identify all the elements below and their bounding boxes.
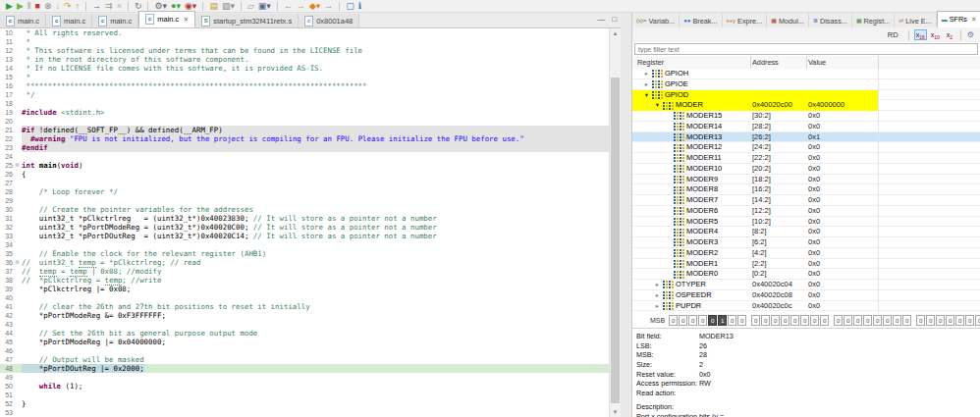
register-row-moder15[interactable]: MODER15[30:2]0x0	[632, 111, 980, 122]
rd-button[interactable]: RD	[888, 30, 898, 39]
step-over-icon[interactable]: ↷	[64, 0, 72, 12]
bit-cell-30[interactable]: 0	[679, 315, 687, 326]
resume-icon[interactable]: ▶	[6, 0, 13, 12]
column-address[interactable]: Address	[752, 58, 779, 67]
editor-tab-5-0x8001a48[interactable]: c0x8001a48	[299, 14, 359, 27]
panel-splitter[interactable]	[621, 13, 631, 417]
minimize-icon[interactable]: —	[597, 15, 605, 24]
view-tab-disassembly[interactable]: ≣Disass...	[809, 14, 852, 27]
close-icon[interactable]: ✕	[183, 16, 189, 24]
register-row-pupdr[interactable]: ▸PUPDR0x40020c0c0x0	[632, 301, 980, 312]
terminate-icon[interactable]: ■	[35, 0, 40, 12]
run-icon[interactable]: ▶	[17, 0, 24, 12]
bit-cell-17[interactable]: 0	[810, 315, 819, 326]
bit-cell-10[interactable]: 0	[883, 315, 892, 326]
wrench-icon[interactable]: ⚙	[967, 30, 974, 39]
disconnect-icon[interactable]: ⊗	[44, 0, 52, 12]
register-row-moder12[interactable]: MODER12[24:2]0x0	[632, 142, 980, 153]
bit-cell-6[interactable]: 0	[926, 315, 935, 326]
bit-cell-23[interactable]: 0	[751, 315, 760, 326]
next-annotation-icon[interactable]: →	[324, 0, 333, 12]
column-value[interactable]: Value	[808, 58, 826, 67]
view-tab-registers[interactable]: ▦Regist...	[852, 14, 895, 27]
bit-cell-1[interactable]: 0	[975, 315, 980, 326]
instruction-stepping-icon[interactable]: ×	[117, 0, 122, 12]
bit-cell-15[interactable]: 0	[834, 315, 843, 326]
step-return-icon[interactable]: ↑	[76, 0, 81, 12]
register-row-moder13[interactable]: MODER13[26:2]0x1	[632, 132, 980, 143]
collapse-arrow-icon[interactable]: ▾	[642, 90, 651, 101]
register-row-moder9[interactable]: MODER9[18:2]0x0	[632, 175, 980, 185]
editor-tab-4-startup-stm32f411retx-s[interactable]: Sstartup_stm32f411retx.s	[195, 14, 299, 27]
step-into-icon[interactable]: ↓	[56, 0, 61, 12]
register-row-moder4[interactable]: MODER4[8:2]0x0	[632, 227, 980, 237]
view-tab-variables[interactable]: (x)=Variab...	[632, 14, 680, 27]
editor-tab-0-main-c[interactable]: cmain.c	[0, 14, 46, 27]
expand-arrow-icon[interactable]: ▸	[642, 79, 651, 90]
register-row-gpioh[interactable]: ▸GPIOH	[632, 69, 980, 79]
open-perspective-icon[interactable]: ▢	[346, 0, 354, 12]
editor-tab-3-main-c[interactable]: cmain.c✕	[138, 11, 195, 27]
bit-cell-24[interactable]: 0	[737, 315, 746, 326]
register-row-moder[interactable]: ▾MODER0x40020c000x4000000	[632, 100, 980, 111]
new-wizard-icon[interactable]: ▧▾	[222, 0, 235, 12]
bit-cell-18[interactable]: 0	[800, 315, 809, 326]
bit-cell-20[interactable]: 0	[781, 315, 789, 326]
register-row-moder0[interactable]: MODER0[0:2]0x0	[632, 269, 980, 280]
expand-arrow-icon[interactable]: ▸	[653, 290, 662, 301]
register-row-moder5[interactable]: MODER5[10:2]0x0	[632, 217, 980, 228]
close-icon[interactable]: ✕	[971, 16, 977, 24]
view-tab-live-expressions[interactable]: x²Live E...	[895, 14, 936, 27]
back-icon[interactable]: ←	[284, 0, 293, 12]
table-header[interactable]: Register Address Value	[632, 56, 980, 70]
register-row-moder10[interactable]: MODER10[20:2]0x0	[632, 164, 980, 175]
bit-cell-19[interactable]: 0	[790, 315, 799, 326]
help-icon[interactable]: ℹ	[358, 0, 361, 12]
register-row-moder8[interactable]: MODER8[16:2]0x0	[632, 184, 980, 195]
view-tab-expressions[interactable]: x+yExpre...	[723, 14, 768, 27]
expand-arrow-icon[interactable]: ▸	[653, 280, 662, 290]
column-register[interactable]: Register	[637, 58, 664, 67]
bit-cell-4[interactable]: 0	[946, 315, 954, 326]
last-edit-icon[interactable]: ◆▾	[309, 0, 320, 12]
register-row-moder1[interactable]: MODER1[2:2]0x0	[632, 259, 980, 270]
scrollbar-thumb[interactable]	[611, 78, 620, 403]
bit-cell-5[interactable]: 0	[936, 315, 945, 326]
maximize-icon[interactable]: □	[612, 15, 617, 24]
bit-cell-26[interactable]: 1	[718, 315, 727, 326]
code-editor[interactable]: 10 * All rights reserved.11 *12 * This s…	[0, 28, 609, 417]
filter-input[interactable]	[635, 44, 977, 54]
bit-cell-22[interactable]: 0	[761, 315, 770, 326]
view-tab-sfrs[interactable]: ▬SFRs✕	[937, 11, 980, 27]
bit-cell-8[interactable]: 0	[902, 315, 911, 326]
bit-cell-14[interactable]: 0	[844, 315, 852, 326]
editor-tab-1-main-c[interactable]: cmain.c	[46, 14, 92, 27]
register-row-gpiod[interactable]: ▾GPIOD	[632, 90, 980, 101]
view-tab-modules[interactable]: ▦Modul...	[767, 14, 809, 27]
bit-cell-28[interactable]: 0	[698, 315, 707, 326]
format-x16-button[interactable]: x16	[914, 29, 927, 40]
scroll-down-icon[interactable]: ▼	[610, 407, 621, 417]
bit-cell-21[interactable]: 0	[771, 315, 780, 326]
bit-cell-27[interactable]: 0	[708, 315, 717, 326]
column-divider[interactable]	[878, 56, 879, 69]
register-row-moder14[interactable]: MODER14[28:2]0x0	[632, 122, 980, 132]
scroll-up-icon[interactable]: ▲	[610, 28, 621, 38]
format-x2-button[interactable]: x2	[944, 29, 955, 40]
register-row-ospeedr[interactable]: ▸OSPEEDR0x40020c080x0	[632, 290, 980, 301]
bit-cell-16[interactable]: 0	[820, 315, 829, 326]
view-tab-breakpoints[interactable]: ●●Break...	[680, 14, 722, 27]
suspend-icon[interactable]: ‖	[27, 0, 31, 12]
register-row-moder7[interactable]: MODER7[14:2]0x0	[632, 195, 980, 206]
column-divider[interactable]	[806, 56, 807, 69]
register-row-moder11[interactable]: MODER11[22:2]0x0	[632, 153, 980, 164]
expand-arrow-icon[interactable]: ▸	[642, 69, 651, 79]
register-row-moder3[interactable]: MODER3[6:2]0x0	[632, 237, 980, 248]
bit-cell-11[interactable]: 0	[873, 315, 882, 326]
register-row-gpioe[interactable]: ▸GPIOE	[632, 79, 980, 90]
use-step-filters-icon[interactable]: ⇉	[105, 0, 113, 12]
fold-marker[interactable]: ⊖	[13, 258, 22, 267]
annotate-icon[interactable]: ▱	[247, 0, 254, 12]
open-folder-icon[interactable]: ▤	[209, 0, 218, 12]
register-row-otyper[interactable]: ▸OTYPER0x40020c040x0	[632, 280, 980, 290]
